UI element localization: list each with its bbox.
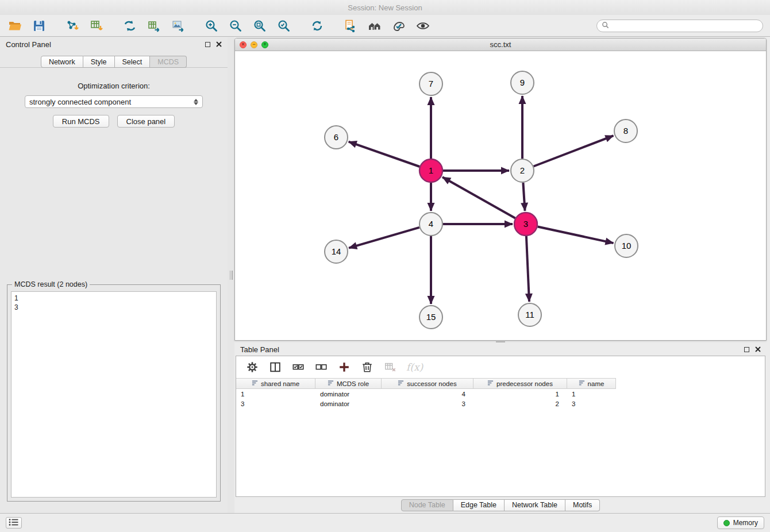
table-cell[interactable]: 2 bbox=[473, 399, 567, 408]
mcds-result-title: MCDS result (2 nodes) bbox=[12, 280, 90, 288]
table-cell[interactable]: 1 bbox=[473, 389, 567, 399]
splitter-grip-icon bbox=[230, 271, 233, 280]
column-header-shared-name[interactable]: shared name bbox=[236, 378, 315, 389]
mcds-result-text[interactable]: 1 3 bbox=[11, 291, 217, 498]
deselect-all-icon[interactable] bbox=[314, 360, 328, 374]
table-panel-body: f(x) shared nameMCDS rolesuccessor nodes… bbox=[236, 356, 765, 497]
column-header-predecessor-nodes[interactable]: predecessor nodes bbox=[473, 378, 567, 389]
node-15[interactable]: 15 bbox=[419, 306, 442, 329]
open-folder-icon[interactable] bbox=[7, 18, 23, 34]
toolbar-group bbox=[122, 18, 186, 34]
tab-network[interactable]: Network bbox=[41, 56, 83, 68]
zoom-out-icon[interactable] bbox=[228, 18, 244, 34]
gear-icon[interactable] bbox=[245, 360, 259, 374]
right-column: scc.txt × − + 7968124314101511 Table Pan… bbox=[234, 37, 770, 513]
zoom-selected-icon[interactable] bbox=[276, 18, 292, 34]
task-history-button[interactable] bbox=[6, 517, 22, 529]
tab-network-table[interactable]: Network Table bbox=[505, 499, 565, 511]
table-row[interactable]: 3dominator323 bbox=[236, 399, 765, 408]
float-panel-icon[interactable] bbox=[205, 42, 210, 47]
column-header-name[interactable]: name bbox=[567, 378, 616, 389]
tab-edge-table[interactable]: Edge Table bbox=[453, 499, 505, 511]
vertical-splitter[interactable] bbox=[228, 37, 234, 513]
search-field[interactable] bbox=[596, 20, 763, 32]
export-table-icon[interactable] bbox=[146, 18, 162, 34]
table-panel: Table Panel f(x) shared nameMCDS rolesuc… bbox=[234, 343, 767, 513]
window-title: Session: New Session bbox=[348, 3, 422, 12]
toolbar-groups bbox=[7, 18, 448, 34]
node-7[interactable]: 7 bbox=[419, 72, 442, 95]
node-3[interactable]: 3 bbox=[514, 213, 537, 236]
save-icon[interactable] bbox=[31, 18, 47, 34]
close-table-panel-icon[interactable] bbox=[755, 346, 761, 352]
table-cell[interactable]: dominator bbox=[315, 389, 382, 399]
table-cell[interactable]: 3 bbox=[567, 399, 616, 408]
export-network-icon[interactable] bbox=[122, 18, 138, 34]
node-4[interactable]: 4 bbox=[419, 213, 442, 236]
home-icon[interactable] bbox=[367, 18, 383, 34]
minimize-window-icon[interactable]: − bbox=[251, 41, 257, 48]
network-canvas[interactable]: 7968124314101511 bbox=[235, 51, 766, 340]
node-9[interactable]: 9 bbox=[511, 71, 534, 94]
split-panel-icon[interactable] bbox=[268, 360, 282, 374]
close-panel-icon[interactable] bbox=[216, 41, 222, 47]
edge-3-11[interactable] bbox=[526, 236, 529, 302]
node-11[interactable]: 11 bbox=[518, 303, 541, 326]
maximize-window-icon[interactable]: + bbox=[261, 41, 268, 48]
column-type-icon bbox=[579, 380, 585, 387]
close-window-icon[interactable]: × bbox=[240, 41, 247, 48]
zoom-fit-icon[interactable] bbox=[252, 18, 268, 34]
import-network-icon[interactable] bbox=[64, 18, 80, 34]
trash-icon[interactable] bbox=[360, 360, 374, 374]
optimization-criterion-dropdown[interactable]: strongly connected component bbox=[25, 95, 203, 108]
add-icon[interactable] bbox=[337, 360, 351, 374]
memory-button[interactable]: Memory bbox=[717, 516, 764, 529]
table-cell[interactable]: dominator bbox=[315, 399, 382, 408]
column-header-MCDS-role[interactable]: MCDS role bbox=[315, 378, 382, 389]
tab-select[interactable]: Select bbox=[115, 56, 151, 68]
edge-4-14[interactable] bbox=[349, 228, 419, 248]
eye-icon[interactable] bbox=[415, 18, 431, 34]
zoom-in-icon[interactable] bbox=[203, 18, 220, 34]
table-cell[interactable]: 3 bbox=[236, 399, 315, 408]
table-cell[interactable]: 1 bbox=[567, 389, 616, 399]
function-icon: f(x) bbox=[406, 360, 423, 374]
column-header-successor-nodes[interactable]: successor nodes bbox=[382, 378, 473, 389]
edge-1-6[interactable] bbox=[349, 142, 420, 167]
toolbar-group bbox=[309, 18, 325, 34]
run-mcds-button[interactable]: Run MCDS bbox=[53, 115, 109, 128]
tab-motifs[interactable]: Motifs bbox=[565, 499, 600, 511]
search-input[interactable] bbox=[612, 22, 758, 30]
export-image-icon[interactable] bbox=[170, 18, 186, 34]
table-cell[interactable]: 4 bbox=[382, 389, 473, 399]
search-icon bbox=[602, 21, 609, 30]
node-10[interactable]: 10 bbox=[615, 234, 638, 257]
edge-3-1[interactable] bbox=[442, 177, 515, 218]
table-cell[interactable]: 1 bbox=[236, 389, 315, 399]
table-row[interactable]: 1dominator411 bbox=[236, 389, 765, 399]
network-view-window: scc.txt × − + 7968124314101511 bbox=[234, 38, 767, 341]
refresh-layout-icon[interactable] bbox=[309, 18, 325, 34]
tab-style[interactable]: Style bbox=[83, 56, 115, 68]
share-document-icon[interactable] bbox=[342, 18, 359, 34]
import-table-icon[interactable] bbox=[88, 18, 105, 34]
node-8[interactable]: 8 bbox=[614, 119, 637, 142]
node-6[interactable]: 6 bbox=[325, 126, 348, 149]
table-cell[interactable]: 3 bbox=[382, 399, 473, 408]
float-table-panel-icon[interactable] bbox=[744, 347, 749, 352]
node-1[interactable]: 1 bbox=[419, 159, 442, 182]
tab-node-table[interactable]: Node Table bbox=[401, 499, 453, 511]
select-all-icon[interactable] bbox=[291, 360, 305, 374]
close-panel-button[interactable]: Close panel bbox=[117, 115, 175, 128]
style-brush-icon[interactable] bbox=[391, 18, 407, 34]
edge-3-10[interactable] bbox=[538, 227, 614, 244]
dropdown-selected-value: strongly connected component bbox=[29, 98, 131, 106]
delete-table-icon bbox=[383, 360, 397, 374]
node-14[interactable]: 14 bbox=[325, 240, 348, 263]
tab-mcds[interactable]: MCDS bbox=[150, 56, 187, 68]
control-panel: Control Panel NetworkStyleSelectMCDS Opt… bbox=[0, 37, 228, 513]
edge-2-3[interactable] bbox=[523, 183, 525, 211]
edge-2-8[interactable] bbox=[534, 136, 614, 166]
network-graph-svg[interactable]: 7968124314101511 bbox=[235, 51, 766, 340]
node-2[interactable]: 2 bbox=[511, 159, 534, 182]
